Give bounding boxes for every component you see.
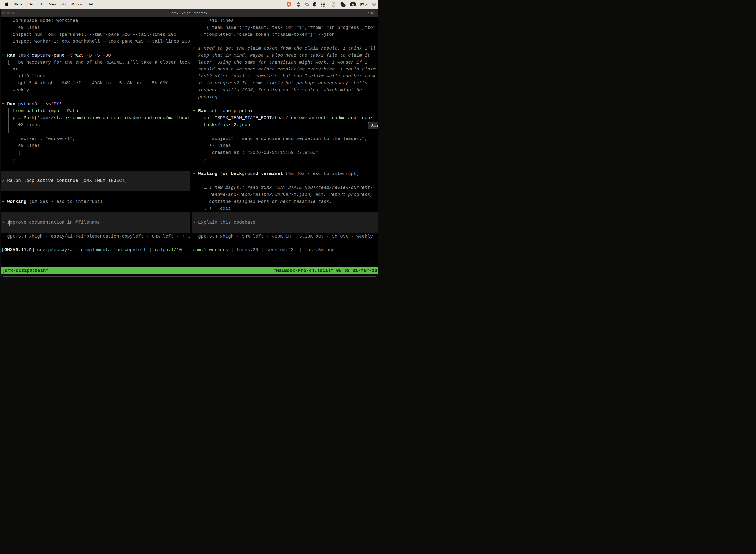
svg-text:..61: ..61 xyxy=(341,4,345,7)
svg-text:A: A xyxy=(352,3,354,6)
